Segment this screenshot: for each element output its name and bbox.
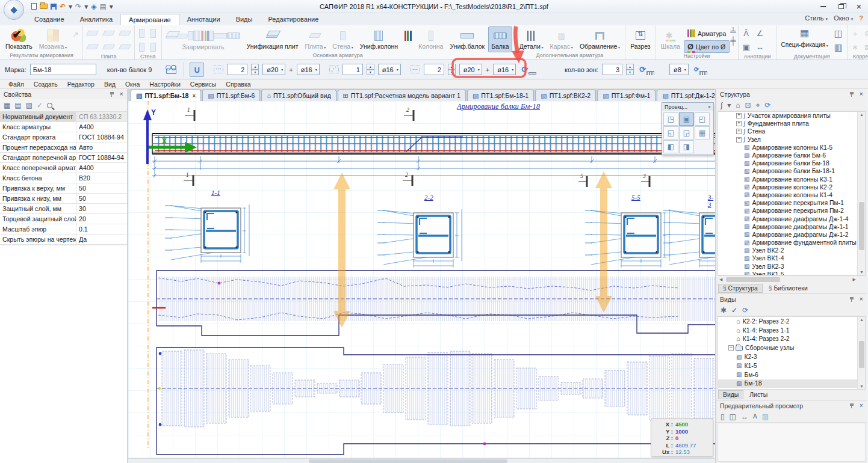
property-row[interactable]: Класс бетона В20 <box>0 173 127 183</box>
tree-expander-icon[interactable] <box>736 137 742 143</box>
plate-tool-button[interactable] <box>101 40 116 54</box>
refresh-icon[interactable] <box>742 307 748 314</box>
level-top-icon[interactable] <box>730 28 736 35</box>
pin-icon[interactable] <box>849 296 855 302</box>
side-count-input[interactable] <box>343 64 363 75</box>
plate-tool-button[interactable] <box>85 26 100 40</box>
minimize-button[interactable] <box>814 0 832 13</box>
tree-item[interactable]: Армирование колонны К1-5 <box>718 144 857 152</box>
close-panel-icon[interactable] <box>860 402 863 409</box>
page-icon[interactable] <box>721 413 725 420</box>
property-value[interactable]: 50 <box>76 194 127 203</box>
undo-icon[interactable] <box>60 3 66 10</box>
projection-view-button[interactable] <box>695 126 710 140</box>
close-tab-icon[interactable] <box>193 93 196 99</box>
style-menu[interactable]: Стиль <box>805 14 828 22</box>
sheet-button[interactable] <box>832 26 845 40</box>
plate-tool-button[interactable] <box>117 40 132 54</box>
list-edit-button[interactable] <box>862 40 868 54</box>
section-cut-button[interactable]: Разрез <box>627 26 653 58</box>
filter-dropdown-icon[interactable] <box>727 102 731 109</box>
document-tab[interactable]: ПТ1.spf:ВК2-2 <box>535 90 596 101</box>
ribbon-tab[interactable]: Редактирование <box>260 14 326 25</box>
pointer-button[interactable] <box>70 26 81 52</box>
tree-expander-icon[interactable] <box>728 345 734 351</box>
page-xy-icon[interactable] <box>730 413 736 420</box>
tree-item[interactable]: К1-5 <box>718 361 857 370</box>
layouts-icon[interactable] <box>99 3 106 10</box>
beam-group-button[interactable] <box>164 63 178 77</box>
document-tab[interactable]: ПТ1.spf:Бм-18-1 <box>467 90 534 101</box>
document-tab[interactable]: ПТ1.spf:Дж-1-2 <box>657 90 715 101</box>
property-row[interactable]: Класс поперечной арматуры А400 <box>0 163 127 173</box>
scale-button[interactable]: Шкала <box>658 26 683 53</box>
tree-item[interactable]: Армирование диафрагмы Дж-1-4 <box>718 215 857 222</box>
tree-item[interactable]: Армирование колонны К2-2 <box>718 183 857 191</box>
panel-tab[interactable]: Структура <box>718 284 763 293</box>
projection-view-button[interactable] <box>695 112 710 126</box>
property-value[interactable]: Да <box>76 235 127 244</box>
pin-icon[interactable] <box>849 91 855 97</box>
document-tab[interactable]: ПТ1.spf:Бм-18 <box>131 90 201 101</box>
tree-item[interactable]: Бм-18-1 <box>718 388 857 389</box>
top-count-input[interactable] <box>227 64 247 75</box>
tree-item[interactable]: Узел ВК2-3 <box>718 263 857 271</box>
plate-tool-button[interactable] <box>117 26 132 40</box>
find-icon[interactable] <box>756 102 760 109</box>
restore-button[interactable] <box>832 0 850 13</box>
close-panel-icon[interactable] <box>860 296 863 302</box>
zones-count-input[interactable] <box>602 64 622 75</box>
mosaic-button[interactable]: Мозаика <box>36 26 70 52</box>
property-row[interactable]: Торцевой защитный слой, мм 20 <box>0 214 127 224</box>
property-row[interactable]: Нормативный документ СП 63.13330.2 <box>0 112 127 122</box>
table-button[interactable] <box>779 26 831 40</box>
pin-icon[interactable] <box>110 91 115 97</box>
structure-horizontal-scrollbar[interactable] <box>718 275 866 283</box>
specification-button[interactable]: Специ-фикация <box>779 40 831 54</box>
ribbon-button[interactable]: Обрамление <box>577 26 623 52</box>
property-value[interactable]: ГОСТ 10884-94 <box>76 153 127 162</box>
home-icon[interactable] <box>736 102 740 109</box>
plate-tool-button[interactable] <box>85 40 100 54</box>
apply-stirrups-button[interactable] <box>692 63 709 77</box>
menu-item[interactable]: Редактор <box>63 81 99 88</box>
ribbon-button[interactable]: Детали <box>516 26 547 52</box>
property-row[interactable]: Привязка к верху, мм 50 <box>0 183 127 194</box>
dim-linear-button[interactable] <box>740 26 752 40</box>
tree-expander-icon[interactable] <box>736 113 742 118</box>
apply-zones-button[interactable] <box>637 63 656 77</box>
tree-item[interactable]: Участок армирования плиты <box>718 112 857 120</box>
drawing-canvas[interactable]: Армирование балки Бм-18 Y X 1-1 2-2 5-5 … <box>128 101 715 463</box>
ribbon-tab[interactable]: Создание <box>26 14 72 25</box>
wall-tool-button[interactable] <box>137 26 147 40</box>
ribbon-tab[interactable]: Армирование <box>120 14 179 25</box>
tree-item[interactable]: Армирование балки Бм-18-1 <box>718 167 857 175</box>
property-row[interactable]: Скрыть эпюры на чертеже Да <box>0 235 127 245</box>
ribbon-button[interactable] <box>401 26 415 52</box>
tree-item[interactable]: Армирование балки Бм-18 <box>718 159 857 167</box>
level-mid-icon[interactable] <box>730 37 736 44</box>
export-model-icon[interactable] <box>745 102 751 109</box>
apply-icon[interactable] <box>731 307 737 314</box>
projection-view-button[interactable] <box>663 140 678 153</box>
tree-expander-icon[interactable] <box>736 129 742 134</box>
top-diameter2-select[interactable]: ø16 <box>297 64 320 75</box>
tree-item[interactable]: Узел ВК1-5 <box>718 271 857 275</box>
property-row[interactable]: Защитный слой, мм 30 <box>0 204 127 214</box>
text-size-icon[interactable] <box>753 414 757 420</box>
property-row[interactable]: Класс арматуры А400 <box>0 122 127 132</box>
rebar-colors-button[interactable]: Арматура <box>684 28 730 39</box>
property-row[interactable]: Привязка к низу, мм 50 <box>0 194 127 204</box>
tree-item[interactable]: Армирование колонны К3-1 <box>718 176 857 183</box>
ribbon-button[interactable]: Плита <box>302 26 329 52</box>
property-row[interactable]: Стандарт поперечной арматуры ГОСТ 10884-… <box>0 153 127 163</box>
move-node-button[interactable] <box>849 40 861 54</box>
ribbon-button[interactable]: Униф.колонн <box>357 26 401 52</box>
document-tab[interactable]: ПТ1.spf:Расчетная модель вариант 1 <box>338 90 466 101</box>
close-panel-icon[interactable] <box>860 91 863 97</box>
tree-item[interactable]: Узел ВК1-4 <box>718 254 857 262</box>
property-value[interactable]: 20 <box>76 214 127 224</box>
show-results-button[interactable]: Показать <box>2 26 36 52</box>
categorized-view-icon[interactable] <box>4 102 10 109</box>
tree-item[interactable]: Армирование балки Бм-6 <box>718 152 857 159</box>
